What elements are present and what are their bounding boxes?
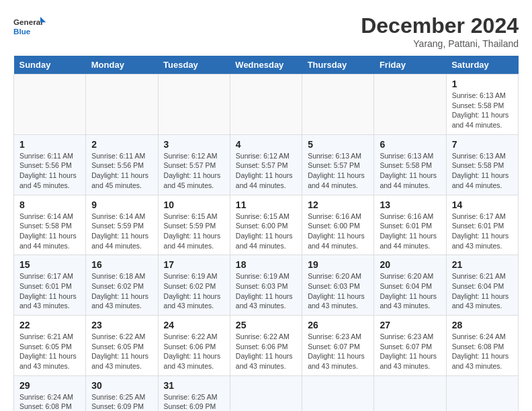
calendar-cell: 20 Sunrise: 6:20 AM Sunset: 6:04 PM Dayl… <box>374 255 446 316</box>
calendar-cell <box>302 75 374 135</box>
calendar-cell <box>374 375 446 411</box>
day-number: 24 <box>164 320 224 330</box>
day-info: Sunrise: 6:18 AM Sunset: 6:02 PM Dayligh… <box>91 271 152 311</box>
day-number: 11 <box>236 199 296 210</box>
day-number: 2 <box>91 139 152 150</box>
day-number: 1 <box>452 79 513 89</box>
week-row-4: 15 Sunrise: 6:17 AM Sunset: 6:01 PM Dayl… <box>14 255 519 316</box>
day-info: Sunrise: 6:11 AM Sunset: 5:56 PM Dayligh… <box>19 151 80 191</box>
svg-text:General: General <box>13 18 42 27</box>
calendar-cell: 17 Sunrise: 6:19 AM Sunset: 6:02 PM Dayl… <box>158 255 230 316</box>
calendar-cell: 15 Sunrise: 6:17 AM Sunset: 6:01 PM Dayl… <box>14 255 86 316</box>
day-number: 8 <box>19 199 80 210</box>
calendar-cell: 26 Sunrise: 6:23 AM Sunset: 6:07 PM Dayl… <box>302 316 374 376</box>
calendar-cell: 8 Sunrise: 6:14 AM Sunset: 5:58 PM Dayli… <box>14 195 86 255</box>
calendar-cell: 30 Sunrise: 6:25 AM Sunset: 6:09 PM Dayl… <box>86 375 158 411</box>
day-info: Sunrise: 6:17 AM Sunset: 6:01 PM Dayligh… <box>19 271 80 311</box>
page-header: General Blue December 2024 Yarang, Patta… <box>13 13 519 49</box>
svg-marker-2 <box>40 17 46 22</box>
day-info: Sunrise: 6:16 AM Sunset: 6:01 PM Dayligh… <box>380 212 440 251</box>
day-info: Sunrise: 6:19 AM Sunset: 6:03 PM Dayligh… <box>236 271 296 311</box>
calendar-table: SundayMondayTuesdayWednesdayThursdayFrid… <box>13 56 519 411</box>
day-info: Sunrise: 6:12 AM Sunset: 5:57 PM Dayligh… <box>236 151 296 191</box>
calendar-cell: 9 Sunrise: 6:14 AM Sunset: 5:59 PM Dayli… <box>86 195 158 255</box>
calendar-cell <box>374 75 446 135</box>
day-number: 17 <box>164 259 224 270</box>
week-row-2: 1 Sunrise: 6:11 AM Sunset: 5:56 PM Dayli… <box>14 134 519 195</box>
calendar-cell <box>230 75 302 135</box>
day-info: Sunrise: 6:15 AM Sunset: 6:00 PM Dayligh… <box>236 212 296 251</box>
header-wednesday: Wednesday <box>230 56 302 75</box>
calendar-cell: 2 Sunrise: 6:11 AM Sunset: 5:56 PM Dayli… <box>86 134 158 195</box>
day-number: 6 <box>380 139 440 150</box>
calendar-cell: 31 Sunrise: 6:25 AM Sunset: 6:09 PM Dayl… <box>158 375 230 411</box>
calendar-cell <box>302 375 374 411</box>
calendar-cell: 6 Sunrise: 6:13 AM Sunset: 5:58 PM Dayli… <box>374 134 446 195</box>
logo: General Blue <box>13 13 47 40</box>
day-info: Sunrise: 6:14 AM Sunset: 5:59 PM Dayligh… <box>91 212 152 251</box>
day-info: Sunrise: 6:12 AM Sunset: 5:57 PM Dayligh… <box>164 151 224 191</box>
day-info: Sunrise: 6:17 AM Sunset: 6:01 PM Dayligh… <box>452 212 513 251</box>
header-monday: Monday <box>86 56 158 75</box>
day-info: Sunrise: 6:16 AM Sunset: 6:00 PM Dayligh… <box>308 212 368 251</box>
day-info: Sunrise: 6:13 AM Sunset: 5:57 PM Dayligh… <box>308 151 368 191</box>
calendar-cell: 23 Sunrise: 6:22 AM Sunset: 6:05 PM Dayl… <box>86 316 158 376</box>
day-info: Sunrise: 6:20 AM Sunset: 6:04 PM Dayligh… <box>380 271 440 311</box>
day-number: 21 <box>452 259 513 270</box>
day-number: 12 <box>308 199 368 210</box>
day-number: 23 <box>91 320 152 330</box>
calendar-cell: 3 Sunrise: 6:12 AM Sunset: 5:57 PM Dayli… <box>158 134 230 195</box>
calendar-cell: 1 Sunrise: 6:13 AM Sunset: 5:58 PM Dayli… <box>446 75 518 135</box>
days-header-row: SundayMondayTuesdayWednesdayThursdayFrid… <box>14 56 519 75</box>
calendar-cell: 25 Sunrise: 6:22 AM Sunset: 6:06 PM Dayl… <box>230 316 302 376</box>
calendar-cell <box>158 75 230 135</box>
day-info: Sunrise: 6:14 AM Sunset: 5:58 PM Dayligh… <box>19 212 80 251</box>
day-number: 3 <box>164 139 224 150</box>
calendar-cell: 1 Sunrise: 6:11 AM Sunset: 5:56 PM Dayli… <box>14 134 86 195</box>
day-number: 29 <box>19 380 80 391</box>
calendar-cell: 12 Sunrise: 6:16 AM Sunset: 6:00 PM Dayl… <box>302 195 374 255</box>
day-number: 14 <box>452 199 513 210</box>
day-number: 25 <box>236 320 296 330</box>
calendar-cell: 14 Sunrise: 6:17 AM Sunset: 6:01 PM Dayl… <box>446 195 518 255</box>
header-thursday: Thursday <box>302 56 374 75</box>
day-number: 22 <box>19 320 80 330</box>
calendar-cell: 29 Sunrise: 6:24 AM Sunset: 6:08 PM Dayl… <box>14 375 86 411</box>
day-info: Sunrise: 6:24 AM Sunset: 6:08 PM Dayligh… <box>452 332 513 371</box>
week-row-3: 8 Sunrise: 6:14 AM Sunset: 5:58 PM Dayli… <box>14 195 519 255</box>
day-info: Sunrise: 6:11 AM Sunset: 5:56 PM Dayligh… <box>91 151 152 191</box>
day-info: Sunrise: 6:25 AM Sunset: 6:09 PM Dayligh… <box>91 392 152 411</box>
day-info: Sunrise: 6:22 AM Sunset: 6:06 PM Dayligh… <box>164 332 224 371</box>
day-number: 20 <box>380 259 440 270</box>
day-info: Sunrise: 6:13 AM Sunset: 5:58 PM Dayligh… <box>380 151 440 191</box>
calendar-cell <box>14 75 86 135</box>
day-info: Sunrise: 6:21 AM Sunset: 6:05 PM Dayligh… <box>19 332 80 371</box>
day-info: Sunrise: 6:22 AM Sunset: 6:06 PM Dayligh… <box>236 332 296 371</box>
day-number: 30 <box>91 380 152 391</box>
day-number: 7 <box>452 139 513 150</box>
day-number: 1 <box>19 139 80 150</box>
calendar-cell: 5 Sunrise: 6:13 AM Sunset: 5:57 PM Dayli… <box>302 134 374 195</box>
day-number: 4 <box>236 139 296 150</box>
calendar-cell <box>446 375 518 411</box>
day-number: 19 <box>308 259 368 270</box>
day-info: Sunrise: 6:24 AM Sunset: 6:08 PM Dayligh… <box>19 392 80 411</box>
logo-svg: General Blue <box>13 13 47 40</box>
day-info: Sunrise: 6:23 AM Sunset: 6:07 PM Dayligh… <box>380 332 440 371</box>
header-saturday: Saturday <box>446 56 518 75</box>
title-block: December 2024 Yarang, Pattani, Thailand <box>361 13 519 49</box>
day-info: Sunrise: 6:15 AM Sunset: 5:59 PM Dayligh… <box>164 212 224 251</box>
day-info: Sunrise: 6:19 AM Sunset: 6:02 PM Dayligh… <box>164 271 224 311</box>
calendar-cell: 7 Sunrise: 6:13 AM Sunset: 5:58 PM Dayli… <box>446 134 518 195</box>
day-info: Sunrise: 6:13 AM Sunset: 5:58 PM Dayligh… <box>452 91 513 130</box>
header-sunday: Sunday <box>14 56 86 75</box>
calendar-cell: 11 Sunrise: 6:15 AM Sunset: 6:00 PM Dayl… <box>230 195 302 255</box>
day-number: 18 <box>236 259 296 270</box>
calendar-cell: 24 Sunrise: 6:22 AM Sunset: 6:06 PM Dayl… <box>158 316 230 376</box>
day-number: 15 <box>19 259 80 270</box>
week-row-6: 29 Sunrise: 6:24 AM Sunset: 6:08 PM Dayl… <box>14 375 519 411</box>
day-number: 16 <box>91 259 152 270</box>
month-title: December 2024 <box>361 13 519 38</box>
svg-text:Blue: Blue <box>13 27 31 36</box>
calendar-cell: 27 Sunrise: 6:23 AM Sunset: 6:07 PM Dayl… <box>374 316 446 376</box>
